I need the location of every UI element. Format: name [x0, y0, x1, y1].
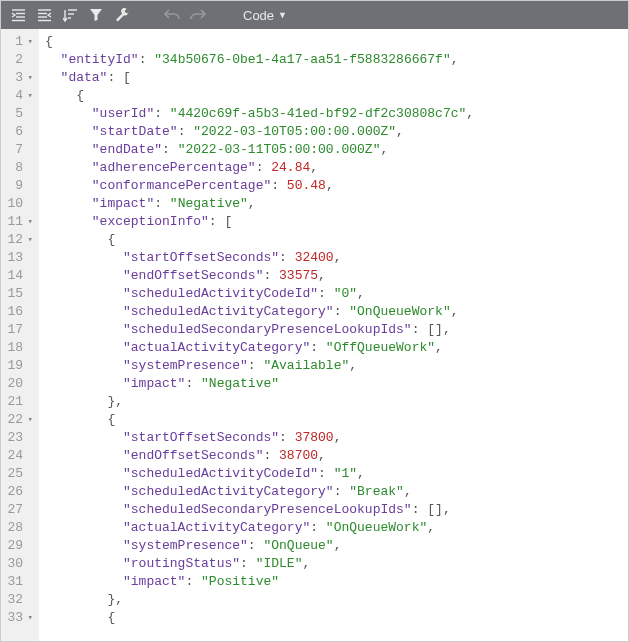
gutter-row: 6	[3, 123, 33, 141]
line-number: 27	[7, 501, 23, 519]
code-line: "systemPresence": "Available",	[45, 357, 474, 375]
line-number: 6	[15, 123, 23, 141]
line-number: 10	[7, 195, 23, 213]
code-line: },	[45, 393, 474, 411]
sort-icon[interactable]	[59, 4, 81, 26]
line-number: 22	[7, 411, 23, 429]
line-number: 17	[7, 321, 23, 339]
code-area[interactable]: { "entityId": "34b50676-0be1-4a17-aa51-f…	[39, 29, 480, 641]
code-line: "startOffsetSeconds": 32400,	[45, 249, 474, 267]
code-line: "endDate": "2022-03-11T05:00:00.000Z",	[45, 141, 474, 159]
line-number: 30	[7, 555, 23, 573]
code-line: "impact": "Negative",	[45, 195, 474, 213]
line-number: 19	[7, 357, 23, 375]
fold-icon[interactable]: ▾	[25, 33, 33, 51]
gutter-row: 30	[3, 555, 33, 573]
code-line: {	[45, 609, 474, 627]
filter-icon[interactable]	[85, 4, 107, 26]
line-number: 12	[7, 231, 23, 249]
code-line: "endOffsetSeconds": 33575,	[45, 267, 474, 285]
code-line: "scheduledActivityCodeId": "1",	[45, 465, 474, 483]
undo-icon[interactable]	[161, 4, 183, 26]
code-line: {	[45, 33, 474, 51]
code-editor[interactable]: 1▾23▾4▾567891011▾12▾13141516171819202122…	[1, 29, 628, 641]
line-number: 31	[7, 573, 23, 591]
line-number: 26	[7, 483, 23, 501]
gutter-row: 8	[3, 159, 33, 177]
line-number: 13	[7, 249, 23, 267]
gutter-row: 29	[3, 537, 33, 555]
line-number: 21	[7, 393, 23, 411]
line-number: 15	[7, 285, 23, 303]
gutter-row: 5	[3, 105, 33, 123]
gutter-row: 19	[3, 357, 33, 375]
gutter-row: 27	[3, 501, 33, 519]
line-number: 25	[7, 465, 23, 483]
code-line: {	[45, 231, 474, 249]
fold-icon[interactable]: ▾	[25, 411, 33, 429]
gutter-row: 7	[3, 141, 33, 159]
fold-icon[interactable]: ▾	[25, 213, 33, 231]
gutter-row: 3▾	[3, 69, 33, 87]
indent-right-icon[interactable]	[7, 4, 29, 26]
line-number: 24	[7, 447, 23, 465]
mode-label: Code	[243, 8, 274, 23]
gutter-row: 28	[3, 519, 33, 537]
code-line: "scheduledSecondaryPresenceLookupIds": […	[45, 501, 474, 519]
line-number: 1	[15, 33, 23, 51]
line-number: 8	[15, 159, 23, 177]
code-line: "routingStatus": "IDLE",	[45, 555, 474, 573]
line-number: 28	[7, 519, 23, 537]
code-line: "exceptionInfo": [	[45, 213, 474, 231]
code-line: "startDate": "2022-03-10T05:00:00.000Z",	[45, 123, 474, 141]
code-line: "actualActivityCategory": "OffQueueWork"…	[45, 339, 474, 357]
line-number: 9	[15, 177, 23, 195]
code-line: "systemPresence": "OnQueue",	[45, 537, 474, 555]
line-number: 2	[15, 51, 23, 69]
wrench-icon[interactable]	[111, 4, 133, 26]
gutter-row: 33▾	[3, 609, 33, 627]
code-line: "entityId": "34b50676-0be1-4a17-aa51-f58…	[45, 51, 474, 69]
gutter-row: 21	[3, 393, 33, 411]
gutter-row: 31	[3, 573, 33, 591]
gutter-row: 11▾	[3, 213, 33, 231]
code-line: "data": [	[45, 69, 474, 87]
editor-panel: Code ▼ 1▾23▾4▾567891011▾12▾1314151617181…	[0, 0, 629, 642]
fold-icon[interactable]: ▾	[25, 87, 33, 105]
code-line: },	[45, 591, 474, 609]
fold-icon[interactable]: ▾	[25, 609, 33, 627]
line-number: 14	[7, 267, 23, 285]
line-number: 32	[7, 591, 23, 609]
redo-icon[interactable]	[187, 4, 209, 26]
line-number: 5	[15, 105, 23, 123]
code-line: "startOffsetSeconds": 37800,	[45, 429, 474, 447]
gutter-row: 32	[3, 591, 33, 609]
gutter-row: 10	[3, 195, 33, 213]
gutter: 1▾23▾4▾567891011▾12▾13141516171819202122…	[1, 29, 39, 641]
code-line: "endOffsetSeconds": 38700,	[45, 447, 474, 465]
code-line: "scheduledSecondaryPresenceLookupIds": […	[45, 321, 474, 339]
gutter-row: 12▾	[3, 231, 33, 249]
code-line: "conformancePercentage": 50.48,	[45, 177, 474, 195]
line-number: 23	[7, 429, 23, 447]
gutter-row: 26	[3, 483, 33, 501]
gutter-row: 14	[3, 267, 33, 285]
code-line: "scheduledActivityCodeId": "0",	[45, 285, 474, 303]
fold-icon[interactable]: ▾	[25, 69, 33, 87]
fold-icon[interactable]: ▾	[25, 231, 33, 249]
mode-switcher[interactable]: Code ▼	[243, 8, 287, 23]
line-number: 4	[15, 87, 23, 105]
indent-left-icon[interactable]	[33, 4, 55, 26]
gutter-row: 17	[3, 321, 33, 339]
gutter-row: 1▾	[3, 33, 33, 51]
code-line: "scheduledActivityCategory": "Break",	[45, 483, 474, 501]
gutter-row: 25	[3, 465, 33, 483]
gutter-row: 2	[3, 51, 33, 69]
code-line: "userId": "4420c69f-a5b3-41ed-bf92-df2c3…	[45, 105, 474, 123]
gutter-row: 4▾	[3, 87, 33, 105]
line-number: 11	[7, 213, 23, 231]
code-line: "impact": "Negative"	[45, 375, 474, 393]
code-line: "actualActivityCategory": "OnQueueWork",	[45, 519, 474, 537]
gutter-row: 18	[3, 339, 33, 357]
gutter-row: 23	[3, 429, 33, 447]
